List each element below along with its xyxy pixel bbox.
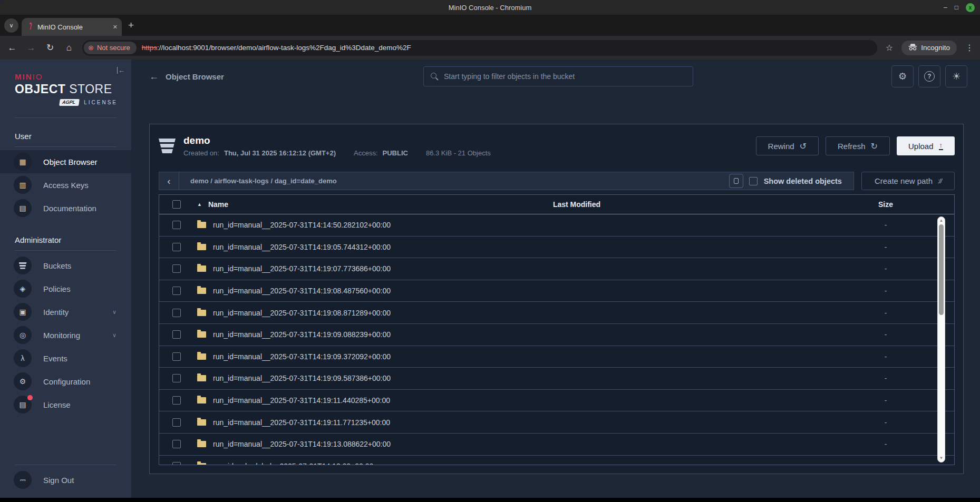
- browser-tab[interactable]: MinIO Console ✕: [22, 18, 122, 36]
- table-row[interactable]: run_id=manual__2025-07-31T14:19:08.48756…: [159, 280, 954, 302]
- close-button[interactable]: x: [966, 3, 975, 12]
- row-checkbox[interactable]: [172, 440, 181, 448]
- refresh-button[interactable]: Refresh ↻: [826, 136, 890, 155]
- scroll-down-icon[interactable]: ▼: [938, 456, 945, 461]
- path-back-button[interactable]: ‹: [159, 172, 179, 190]
- table-row[interactable]: run_id=scheduled__2025-07-31T14:13:00+00…: [159, 456, 954, 465]
- sidebar-item-events[interactable]: λEvents: [0, 347, 131, 370]
- row-checkbox[interactable]: [172, 287, 181, 295]
- home-icon[interactable]: ⌂: [63, 43, 75, 53]
- not-secure-badge[interactable]: ⊗ Not secure: [84, 42, 137, 54]
- settings-button[interactable]: ⚙: [891, 65, 914, 87]
- copy-path-button[interactable]: [729, 174, 743, 188]
- row-checkbox[interactable]: [172, 418, 181, 427]
- not-secure-label: Not secure: [97, 44, 130, 52]
- table-row[interactable]: run_id=manual__2025-07-31T14:19:09.58738…: [159, 368, 954, 390]
- sidebar-item-license[interactable]: ▤License: [0, 393, 131, 416]
- incognito-badge: Incognito: [901, 41, 957, 55]
- row-checkbox[interactable]: [172, 221, 181, 229]
- scrollbar-thumb[interactable]: [939, 224, 944, 315]
- forward-icon[interactable]: →: [25, 43, 37, 53]
- page-back-icon[interactable]: ←: [149, 71, 159, 82]
- table-row[interactable]: run_id=manual__2025-07-31T14:19:09.37209…: [159, 346, 954, 368]
- sidebar-sections: User▦Object Browser▥Access Keys▤Document…: [0, 118, 131, 465]
- object-size: -: [838, 418, 933, 427]
- sidebar-section-label: Administrator: [0, 235, 131, 244]
- identity-icon: ▣: [14, 303, 32, 321]
- table-row[interactable]: run_id=manual__2025-07-31T14:19:11.44028…: [159, 390, 954, 412]
- window-controls: – □ x: [944, 0, 975, 15]
- table-row[interactable]: run_id=manual__2025-07-31T14:19:07.77368…: [159, 258, 954, 280]
- sidebar-item-monitoring[interactable]: ◎Monitoring∨: [0, 323, 131, 347]
- license-word: LICENSE: [84, 100, 118, 105]
- create-new-path-button[interactable]: Create new path ://: [861, 172, 955, 190]
- column-name[interactable]: ▲ Name: [197, 200, 440, 209]
- sidebar-item-policies[interactable]: ◈Policies: [0, 277, 131, 300]
- show-deleted-checkbox[interactable]: [749, 177, 758, 185]
- object-name: run_id=manual__2025-07-31T14:19:11.44028…: [213, 396, 390, 405]
- monitoring-icon: ◎: [14, 326, 32, 344]
- sidebar-item-configuration[interactable]: ⚙Configuration: [0, 370, 131, 393]
- sign-out-icon: ⎓: [14, 471, 32, 489]
- events-icon: λ: [14, 349, 32, 367]
- folder-icon: [197, 397, 206, 403]
- new-tab-button[interactable]: +: [128, 19, 134, 31]
- tab-search-button[interactable]: ∨: [4, 18, 18, 33]
- reload-icon[interactable]: ↻: [44, 42, 56, 53]
- url-bar[interactable]: ⊗ Not secure https://localhost:9001/brow…: [82, 40, 877, 56]
- help-button[interactable]: ?: [918, 65, 940, 87]
- upload-button[interactable]: Upload ↑: [897, 136, 955, 155]
- object-size: -: [838, 330, 933, 339]
- table-row[interactable]: run_id=manual__2025-07-31T14:19:13.08862…: [159, 434, 954, 456]
- row-checkbox[interactable]: [172, 462, 181, 465]
- row-checkbox[interactable]: [172, 264, 181, 273]
- sidebar-item-documentation[interactable]: ▤Documentation: [0, 196, 131, 220]
- folder-icon: [197, 244, 206, 250]
- object-name: run_id=manual__2025-07-31T14:14:50.28210…: [213, 221, 391, 229]
- object-name: run_id=manual__2025-07-31T14:19:09.08823…: [213, 330, 391, 339]
- table-row[interactable]: run_id=manual__2025-07-31T14:19:11.77123…: [159, 411, 954, 434]
- sidebar-item-sign-out[interactable]: ⎓ Sign Out: [0, 468, 131, 491]
- search-input[interactable]: [444, 72, 686, 81]
- row-checkbox[interactable]: [172, 374, 181, 382]
- row-checkbox[interactable]: [172, 330, 181, 339]
- table-scrollbar[interactable]: ▲ ▼: [937, 216, 945, 462]
- content-header: ← Object Browser ⚙ ? ☀: [131, 60, 980, 93]
- table-row[interactable]: run_id=manual__2025-07-31T14:19:05.74431…: [159, 237, 954, 259]
- desktop-strip: [0, 498, 980, 502]
- folder-icon: [197, 353, 206, 360]
- scroll-up-icon[interactable]: ▲: [938, 218, 945, 223]
- sidebar-item-buckets[interactable]: Buckets: [0, 254, 131, 277]
- theme-toggle-button[interactable]: ☀: [945, 65, 967, 87]
- tab-close-icon[interactable]: ✕: [113, 24, 118, 31]
- column-last-modified[interactable]: Last Modified: [440, 200, 714, 209]
- select-all-checkbox[interactable]: [172, 200, 181, 209]
- created-label: Created on:: [183, 149, 219, 157]
- sidebar-item-identity[interactable]: ▣Identity∨: [0, 300, 131, 323]
- sidebar-item-access-keys[interactable]: ▥Access Keys: [0, 173, 131, 196]
- back-icon[interactable]: ←: [6, 43, 18, 53]
- row-checkbox[interactable]: [172, 396, 181, 405]
- column-size[interactable]: Size: [838, 200, 933, 209]
- object-size: -: [838, 309, 933, 317]
- row-checkbox[interactable]: [172, 243, 181, 251]
- breadcrumb[interactable]: demo / airflow-task-logs / dag_id=date_d…: [179, 177, 729, 185]
- folder-icon: [197, 310, 206, 316]
- row-checkbox[interactable]: [172, 352, 181, 361]
- sidebar-item-label: Policies: [43, 284, 118, 293]
- access-label: Access:: [354, 149, 378, 157]
- object-size: -: [838, 287, 933, 295]
- object-size: -: [838, 221, 933, 229]
- sidebar-collapse-icon[interactable]: ←: [117, 67, 125, 74]
- minimize-button[interactable]: –: [944, 4, 947, 11]
- browser-menu-icon[interactable]: ⋮: [965, 43, 974, 53]
- sidebar-item-object-browser[interactable]: ▦Object Browser: [0, 150, 131, 173]
- row-checkbox[interactable]: [172, 309, 181, 317]
- maximize-button[interactable]: □: [955, 4, 958, 11]
- rewind-button[interactable]: Rewind ↺: [756, 136, 819, 155]
- table-row[interactable]: run_id=manual__2025-07-31T14:14:50.28210…: [159, 214, 954, 237]
- table-row[interactable]: run_id=manual__2025-07-31T14:19:09.08823…: [159, 324, 954, 346]
- bookmark-star-icon[interactable]: ☆: [886, 43, 893, 53]
- table-row[interactable]: run_id=manual__2025-07-31T14:19:08.87128…: [159, 302, 954, 324]
- documentation-icon: ▤: [14, 199, 32, 217]
